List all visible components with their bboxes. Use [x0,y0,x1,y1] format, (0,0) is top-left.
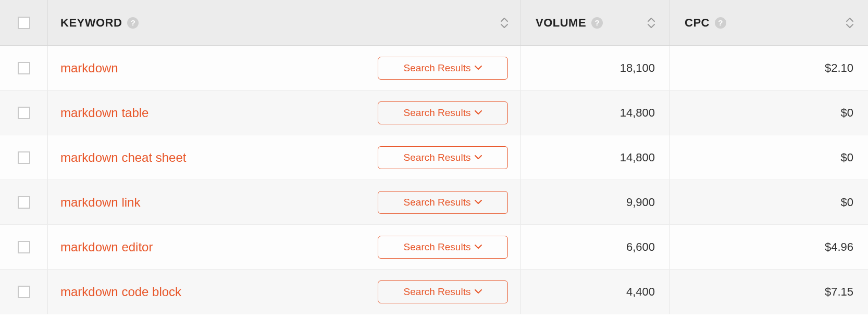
chevron-down-icon [475,289,482,294]
cell-keyword: markdown code block Search Results [48,270,521,314]
row-checkbox[interactable] [18,62,30,74]
cell-keyword: markdown Search Results [48,46,521,90]
cell-cpc: $0 [670,180,868,224]
sort-control-keyword[interactable] [501,18,508,28]
cpc-value: $0 [841,151,853,164]
help-icon[interactable]: ? [127,17,139,29]
keyword-link[interactable]: markdown code block [60,285,181,299]
header-volume-label: VOLUME [536,16,586,30]
cell-keyword: markdown cheat sheet Search Results [48,135,521,180]
volume-value: 14,800 [620,106,655,120]
chevron-down-icon [475,66,482,70]
cell-cpc: $0 [670,135,868,180]
cell-volume: 14,800 [521,135,670,180]
row-checkbox-cell [0,46,48,90]
table-row: markdown table Search Results 14,800 $0 [0,91,868,135]
cell-keyword: markdown table Search Results [48,91,521,135]
keyword-link[interactable]: markdown editor [60,240,153,254]
chevron-down-icon [475,155,482,160]
search-results-button[interactable]: Search Results [378,280,508,303]
cell-volume: 4,400 [521,270,670,314]
header-keyword-label: KEYWORD [60,16,122,30]
cell-keyword: markdown editor Search Results [48,225,521,269]
table-row: markdown editor Search Results 6,600 $4.… [0,225,868,270]
search-results-label: Search Results [404,107,471,119]
volume-value: 6,600 [626,240,655,254]
volume-value: 4,400 [626,285,655,299]
cell-cpc: $0 [670,91,868,135]
row-checkbox-cell [0,225,48,269]
chevron-down-icon [475,200,482,205]
row-checkbox[interactable] [18,241,30,253]
select-all-checkbox[interactable] [18,17,30,29]
search-results-label: Search Results [404,152,471,163]
sort-control-volume[interactable] [648,18,655,28]
search-results-button[interactable]: Search Results [378,236,508,259]
header-checkbox-cell [0,0,48,45]
cell-cpc: $2.10 [670,46,868,90]
search-results-button[interactable]: Search Results [378,146,508,169]
table-header-row: KEYWORD ? VOLUME ? CPC ? [0,0,868,46]
table-row: markdown link Search Results 9,900 $0 [0,180,868,225]
chevron-down-icon [846,24,853,28]
header-keyword-cell: KEYWORD ? [48,0,521,45]
volume-value: 9,900 [626,196,655,209]
keyword-link[interactable]: markdown table [60,106,148,120]
chevron-up-icon [846,18,853,22]
search-results-button[interactable]: Search Results [378,57,508,80]
search-results-label: Search Results [404,62,471,74]
help-icon[interactable]: ? [591,17,603,29]
cell-volume: 6,600 [521,225,670,269]
row-checkbox[interactable] [18,286,30,298]
header-volume-cell: VOLUME ? [521,0,670,45]
chevron-down-icon [501,24,508,28]
volume-value: 18,100 [620,61,655,75]
chevron-up-icon [648,18,655,22]
row-checkbox-cell [0,270,48,314]
keyword-link[interactable]: markdown [60,61,118,75]
cpc-value: $2.10 [825,61,853,75]
chevron-up-icon [501,18,508,22]
search-results-button[interactable]: Search Results [378,101,508,124]
chevron-down-icon [648,24,655,28]
search-results-label: Search Results [404,197,471,208]
row-checkbox-cell [0,180,48,224]
help-icon[interactable]: ? [715,17,726,29]
table-row: markdown cheat sheet Search Results 14,8… [0,135,868,180]
cpc-value: $4.96 [825,240,853,254]
row-checkbox[interactable] [18,151,30,164]
keyword-table: KEYWORD ? VOLUME ? CPC ? [0,0,868,314]
keyword-link[interactable]: markdown link [60,195,140,210]
chevron-down-icon [475,245,482,249]
cell-cpc: $7.15 [670,270,868,314]
row-checkbox[interactable] [18,196,30,209]
search-results-label: Search Results [404,241,471,253]
cpc-value: $0 [841,196,853,209]
cell-volume: 14,800 [521,91,670,135]
cell-volume: 9,900 [521,180,670,224]
cell-volume: 18,100 [521,46,670,90]
chevron-down-icon [475,110,482,115]
table-row: markdown code block Search Results 4,400… [0,270,868,314]
cpc-value: $0 [841,106,853,120]
volume-value: 14,800 [620,151,655,164]
search-results-button[interactable]: Search Results [378,191,508,214]
row-checkbox-cell [0,135,48,180]
cell-cpc: $4.96 [670,225,868,269]
cpc-value: $7.15 [825,285,853,299]
header-cpc-label: CPC [685,16,710,30]
row-checkbox-cell [0,91,48,135]
sort-control-cpc[interactable] [846,18,853,28]
table-row: markdown Search Results 18,100 $2.10 [0,46,868,91]
row-checkbox[interactable] [18,107,30,119]
keyword-link[interactable]: markdown cheat sheet [60,150,186,165]
cell-keyword: markdown link Search Results [48,180,521,224]
search-results-label: Search Results [404,286,471,298]
header-cpc-cell: CPC ? [670,0,868,45]
